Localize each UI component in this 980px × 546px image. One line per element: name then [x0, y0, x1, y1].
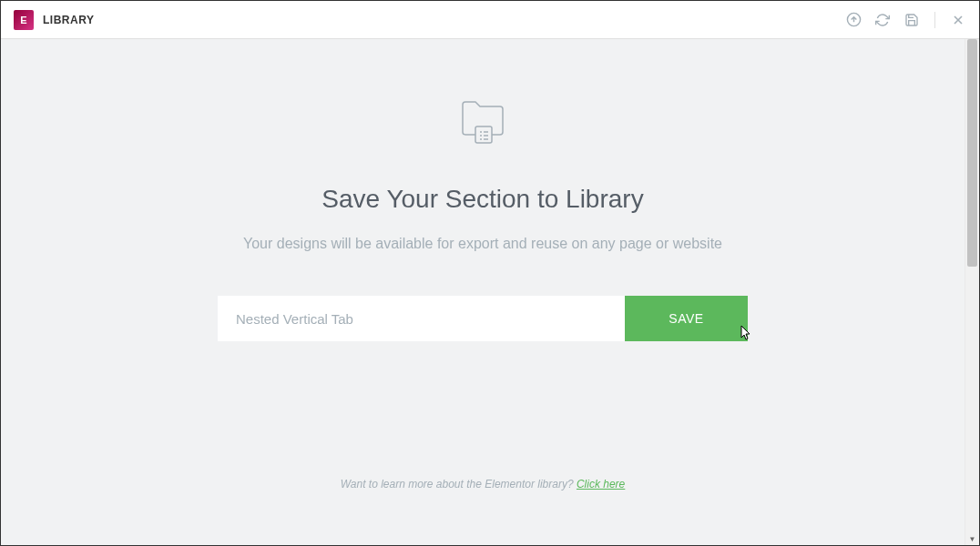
elementor-logo: E: [14, 10, 34, 30]
titlebar-title: LIBRARY: [43, 14, 94, 26]
footer-learn-more-link[interactable]: Click here: [577, 478, 625, 490]
template-name-input[interactable]: [218, 296, 625, 341]
page-heading: Save Your Section to Library: [322, 185, 643, 214]
titlebar-divider: [934, 12, 935, 28]
footer-prompt: Want to learn more about the Elementor l…: [341, 478, 626, 490]
titlebar-actions: [845, 12, 966, 28]
svg-rect-3: [475, 126, 492, 143]
content-wrapper: Save Your Section to Library Your design…: [1, 39, 979, 545]
titlebar: E LIBRARY: [1, 1, 979, 39]
folder-icon: [455, 94, 510, 148]
save-form: SAVE: [218, 296, 748, 341]
logo-letter: E: [20, 15, 26, 25]
save-button[interactable]: SAVE: [625, 296, 748, 341]
scrollbar-thumb[interactable]: [967, 39, 977, 267]
vertical-scrollbar[interactable]: ▲ ▼: [965, 39, 979, 545]
library-dialog: E LIBRARY: [0, 0, 980, 546]
save-icon[interactable]: [903, 12, 920, 28]
close-icon[interactable]: [950, 12, 966, 28]
page-subtext: Your designs will be available for expor…: [243, 236, 722, 252]
footer-prompt-text: Want to learn more about the Elementor l…: [341, 478, 577, 490]
scrollbar-down-arrow-icon[interactable]: ▼: [965, 532, 979, 545]
upload-icon[interactable]: [845, 12, 862, 28]
refresh-icon[interactable]: [874, 12, 891, 28]
content-area: Save Your Section to Library Your design…: [1, 39, 965, 545]
